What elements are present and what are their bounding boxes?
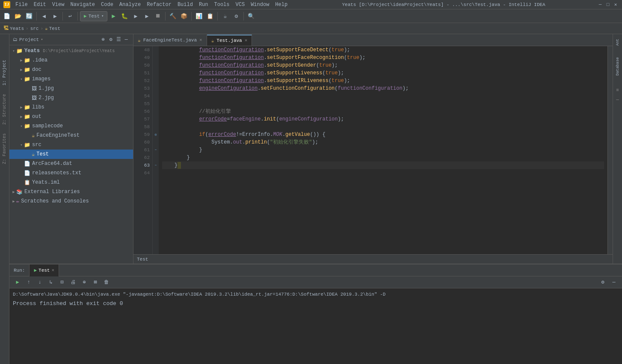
console-print-button[interactable]: 🖨	[68, 278, 78, 287]
tree-item-yeats[interactable]: ▾ 📁 Yeats D:\Project\ideaProject\Yeats	[9, 46, 133, 56]
nav-separator-2: ›	[40, 26, 43, 31]
tab-test[interactable]: ☕ Test.java ×	[207, 35, 252, 46]
tree-label-out: out	[32, 114, 41, 120]
console-scroll-down[interactable]: ↓	[35, 278, 44, 287]
tree-item-doc[interactable]: ▶ 📁 doc	[9, 65, 133, 74]
breadcrumb-test[interactable]: Test	[137, 257, 148, 262]
console-run-button[interactable]: ▶	[13, 278, 22, 287]
console-settings-button[interactable]: ⚙	[598, 278, 607, 287]
console-scroll-up[interactable]: ↑	[24, 278, 33, 287]
tab-faceenginetest[interactable]: ☕ FaceEngineTest.java ×	[133, 35, 207, 46]
console-wrap-button[interactable]: ↳	[46, 278, 56, 287]
fg-57	[153, 115, 159, 123]
right-gutter	[607, 46, 613, 254]
left-icon-project[interactable]: 1: Project	[2, 60, 7, 85]
left-icon-structure[interactable]: 2: Structure	[2, 94, 7, 125]
tree-item-2jpg[interactable]: 🖼 2.jpg	[9, 93, 133, 103]
build-button[interactable]: 🔨	[168, 11, 178, 21]
right-ant-button[interactable]: Ant	[614, 38, 622, 46]
undo-button[interactable]: ↩	[65, 11, 75, 21]
menu-refactor[interactable]: Refactor	[144, 1, 174, 9]
right-db-button[interactable]: Database	[614, 62, 622, 70]
tree-item-releasenotes[interactable]: 📄 releasenotes.txt	[9, 168, 133, 178]
profile-button[interactable]: ▶	[142, 11, 152, 21]
menu-build[interactable]: Build	[175, 1, 195, 9]
tree-item-libs[interactable]: ▶ 📁 libs	[9, 103, 133, 112]
tree-item-images[interactable]: ▾ 📁 images	[9, 74, 133, 84]
nav-src[interactable]: src	[30, 26, 39, 31]
console-minimize-button[interactable]: —	[609, 278, 619, 287]
run-button[interactable]: ▶	[108, 11, 118, 21]
menu-analyze[interactable]: Analyze	[117, 1, 143, 9]
diff-button[interactable]: 📊	[194, 11, 204, 21]
code-line-51: functionConfiguration.setSupportLiveness…	[162, 69, 604, 77]
tab-test-close[interactable]: ×	[245, 38, 248, 43]
tree-item-out[interactable]: ▶ 📁 out	[9, 112, 133, 121]
minimize-button[interactable]: ─	[597, 2, 603, 8]
menu-file[interactable]: File	[13, 1, 30, 9]
tree-item-src[interactable]: ▾ 📁 src	[9, 140, 133, 150]
stop-button[interactable]: ⏹	[153, 11, 163, 21]
fg-61[interactable]: –	[153, 146, 159, 154]
console-split-button[interactable]: ⊡	[57, 278, 67, 287]
menu-run[interactable]: Run	[196, 1, 211, 9]
bottom-tab-test[interactable]: ▶ Test ×	[30, 264, 59, 276]
sidebar-title-arrow[interactable]: ▾	[41, 37, 43, 42]
nav-yeats[interactable]: 🏗 Yeats	[3, 25, 24, 32]
menu-help[interactable]: Help	[272, 1, 290, 9]
history-button[interactable]: 📋	[205, 11, 215, 21]
menu-edit[interactable]: Edit	[31, 1, 49, 9]
settings-button[interactable]: ⚙	[231, 11, 241, 21]
tree-item-samplecode[interactable]: ▾ 📁 samplecode	[9, 121, 133, 131]
debug-button[interactable]: 🐛	[119, 11, 130, 21]
fg-59[interactable]: ⊙	[153, 131, 159, 138]
search-everywhere-button[interactable]: 🔍	[246, 11, 256, 21]
tab-faceenginetest-close[interactable]: ×	[199, 38, 202, 43]
fg-52	[153, 77, 159, 85]
menu-window[interactable]: Window	[248, 1, 272, 9]
console-filter-button[interactable]: ⊠	[91, 278, 100, 287]
tree-item-yeatsxml[interactable]: 📋 Yeats.iml	[9, 178, 133, 187]
fg-63[interactable]: –	[153, 161, 159, 169]
maximize-button[interactable]: □	[605, 2, 611, 8]
menu-code[interactable]: Code	[98, 1, 116, 9]
tree-arrow-scratches: ▶	[11, 199, 16, 204]
sync-button[interactable]: 🔄	[24, 11, 34, 21]
bottom-tab-run[interactable]: Run:	[9, 264, 30, 276]
menu-view[interactable]: View	[50, 1, 67, 9]
forward-button[interactable]: ▶	[50, 11, 60, 21]
new-file-button[interactable]: 📄	[2, 11, 12, 21]
close-button[interactable]: ✕	[613, 2, 619, 8]
code-content[interactable]: functionConfiguration.setSupportFaceDete…	[159, 46, 607, 254]
right-lines-button[interactable]: ≡	[614, 86, 622, 94]
tree-arrow-idea: ▶	[19, 58, 24, 63]
console-clear-button[interactable]: 🗑	[102, 278, 111, 287]
build-artifact-button[interactable]: 📦	[179, 11, 189, 21]
tree-item-arcface64[interactable]: 📄 ArcFace64.dat	[9, 159, 133, 168]
menu-tools[interactable]: Tools	[212, 1, 232, 9]
run-config-selector[interactable]: ▶ Test ▾	[80, 11, 107, 21]
sidebar-gear-button[interactable]: ☰	[115, 36, 122, 43]
nav-test[interactable]: ☕ Test	[45, 26, 60, 31]
sdk-button[interactable]: ☕	[220, 11, 230, 21]
tree-item-scratches[interactable]: ▶ ✏ Scratches and Consoles	[9, 197, 133, 206]
run-coverage-button[interactable]: ▶	[130, 11, 141, 21]
tree-item-test[interactable]: ☕ Test	[9, 150, 133, 159]
back-button[interactable]: ◀	[39, 11, 49, 21]
tree-label-yeats: Yeats D:\Project\ideaProject\Yeats	[24, 48, 115, 54]
menu-navigate[interactable]: Navigate	[68, 1, 98, 9]
tree-item-1jpg[interactable]: 🖼 1.jpg	[9, 84, 133, 93]
bottom-test-close[interactable]: ×	[51, 268, 54, 273]
right-minus-button[interactable]: —	[614, 96, 622, 103]
sidebar-locate-button[interactable]: ⊕	[100, 36, 107, 43]
open-button[interactable]: 📂	[13, 11, 23, 21]
tree-item-faceenginetest[interactable]: ☕ FaceEngineTest	[9, 131, 133, 140]
menu-vcs[interactable]: VCS	[233, 1, 248, 9]
tree-item-extlibs[interactable]: ▶ 📚 External Libraries	[9, 187, 133, 197]
left-icon-favorites[interactable]: Z: Favorites	[2, 133, 7, 164]
tree-item-idea[interactable]: ▶ 📁 .idea	[9, 56, 133, 65]
tree-arrow-src: ▾	[19, 143, 24, 147]
console-copy-button[interactable]: ⊕	[80, 278, 89, 287]
sidebar-settings-button[interactable]: ⚙	[107, 36, 114, 43]
sidebar-collapse-button[interactable]: —	[123, 36, 130, 43]
